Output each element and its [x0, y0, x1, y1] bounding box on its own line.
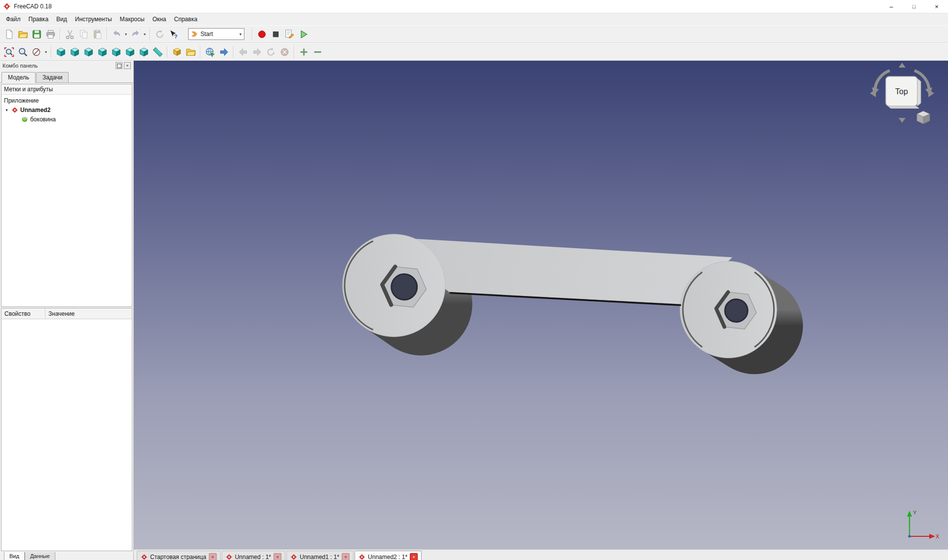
tab-model[interactable]: Модель [1, 72, 36, 83]
freecad-doc-icon [226, 554, 233, 560]
nav-refresh-button[interactable] [264, 45, 277, 59]
close-tab-icon[interactable]: × [342, 553, 350, 560]
close-button[interactable]: × [925, 0, 948, 13]
view-front-button[interactable] [68, 45, 81, 59]
doc-tab-start-page[interactable]: Стартовая страница × [137, 551, 221, 560]
print-button[interactable] [43, 27, 57, 41]
tilt-down-arrow-icon[interactable] [899, 118, 906, 123]
redo-dropdown-icon[interactable]: ▾ [142, 32, 147, 37]
nav-forward-button[interactable] [250, 45, 264, 59]
tab-view-properties[interactable]: Вид [4, 552, 25, 560]
doc-tab-unnamed[interactable]: Unnamed : 1* × [222, 551, 285, 560]
tree-row-application[interactable]: Приложение [1, 96, 132, 105]
draw-style-dropdown-icon[interactable]: ▾ [43, 50, 48, 54]
close-tab-icon[interactable]: × [209, 553, 217, 560]
model-tree: Метки и атрибуты Приложение ▾ Unnamed2 б… [1, 84, 132, 307]
undo-dropdown-icon[interactable]: ▾ [123, 32, 128, 37]
folder-icon [186, 47, 196, 57]
part-3d-object[interactable] [343, 234, 777, 358]
zoom-out-button[interactable] [311, 45, 324, 59]
plus-icon [299, 47, 309, 57]
view-left-button[interactable] [137, 45, 151, 59]
measure-icon [153, 47, 163, 57]
toolbar-separator [107, 28, 107, 40]
panel-float-button[interactable] [116, 62, 122, 69]
workbench-selector[interactable]: Start ▾ [188, 28, 244, 40]
part-box-button[interactable] [170, 45, 184, 59]
zoom-in-button[interactable] [297, 45, 311, 59]
tree-row-feature[interactable]: боковина [1, 114, 132, 124]
forward-arrow-icon [252, 47, 262, 57]
application-label: Приложение [4, 97, 39, 104]
minus-icon [313, 47, 323, 57]
whats-this-button[interactable] [166, 27, 180, 41]
measure-distance-button[interactable] [151, 45, 164, 59]
draw-style-button[interactable] [30, 45, 43, 59]
web-home-button[interactable] [203, 45, 217, 59]
panel-close-button[interactable]: × [124, 62, 131, 69]
nav-back-button[interactable] [236, 45, 250, 59]
printer-icon [45, 29, 56, 39]
view-top-button[interactable] [81, 45, 95, 59]
documents-folder-button[interactable] [184, 45, 198, 59]
undo-button[interactable] [110, 27, 123, 41]
view-isometric-button[interactable] [54, 45, 68, 59]
copy-button[interactable] [77, 27, 90, 41]
menu-view[interactable]: Вид [52, 14, 71, 24]
stop-macro-button[interactable] [269, 27, 282, 41]
file-toolbar: ▾ ▾ Start ▾ [0, 25, 948, 43]
tilt-up-arrow-icon[interactable] [899, 63, 906, 68]
new-document-button[interactable] [2, 27, 16, 41]
view-isometric-icon [56, 47, 66, 57]
blue-arrow-right-icon [219, 47, 229, 57]
tab-tasks[interactable]: Задачи [36, 72, 69, 82]
view-rear-button[interactable] [109, 45, 123, 59]
back-arrow-icon [238, 47, 248, 57]
nav-cube-front-face[interactable] [888, 106, 919, 109]
nav-cube-right-face[interactable] [917, 78, 921, 106]
redo-button[interactable] [128, 27, 142, 41]
menu-tools[interactable]: Инструменты [71, 14, 116, 24]
workbench-dropdown-icon[interactable]: ▾ [239, 32, 241, 37]
open-folder-icon [18, 29, 28, 39]
edit-macro-button[interactable] [282, 27, 296, 41]
fit-all-button[interactable] [2, 45, 16, 59]
nav-stop-button[interactable] [277, 45, 291, 59]
execute-macro-button[interactable] [296, 27, 310, 41]
mini-cube-icon[interactable] [917, 111, 930, 124]
doc-tab-unnamed2[interactable]: Unnamed2 : 1* × [355, 551, 422, 560]
property-editor: Свойство Значение [1, 308, 132, 551]
view-bottom-button[interactable] [123, 45, 137, 59]
close-tab-icon[interactable]: × [410, 553, 418, 560]
open-website-button[interactable] [217, 45, 231, 59]
3d-scene[interactable] [134, 61, 948, 549]
navigation-cube[interactable]: Top [860, 62, 944, 146]
toolbar-separator [167, 46, 167, 58]
doc-tab-label: Стартовая страница [150, 554, 206, 560]
toolbar-separator [51, 46, 51, 58]
paste-button[interactable] [90, 27, 104, 41]
tree-row-document[interactable]: ▾ Unnamed2 [1, 105, 132, 114]
fit-selection-button[interactable] [16, 45, 30, 59]
refresh-button[interactable] [153, 27, 166, 41]
3d-viewport[interactable]: Top Y X [134, 61, 948, 549]
property-editor-body[interactable] [1, 319, 132, 551]
record-macro-button[interactable] [255, 27, 269, 41]
menu-windows[interactable]: Окна [149, 14, 170, 24]
menu-file[interactable]: Файл [2, 14, 25, 24]
view-toolbar: ▾ [0, 43, 948, 61]
maximize-button[interactable]: □ [903, 0, 925, 13]
view-right-button[interactable] [95, 45, 109, 59]
close-tab-icon[interactable]: × [274, 553, 281, 560]
tab-data-properties[interactable]: Данные [25, 552, 55, 560]
cut-button[interactable] [63, 27, 77, 41]
menu-help[interactable]: Справка [170, 14, 201, 24]
main-area: Комбо панель × Модель Задачи Метки и атр… [0, 61, 948, 560]
menu-edit[interactable]: Правка [25, 14, 53, 24]
save-document-button[interactable] [30, 27, 43, 41]
minimize-button[interactable]: – [880, 0, 903, 13]
doc-tab-unnamed1[interactable]: Unnamed1 : 1* × [286, 551, 354, 560]
chevron-down-icon[interactable]: ▾ [4, 108, 9, 112]
open-document-button[interactable] [16, 27, 30, 41]
menu-macros[interactable]: Макросы [116, 14, 149, 24]
